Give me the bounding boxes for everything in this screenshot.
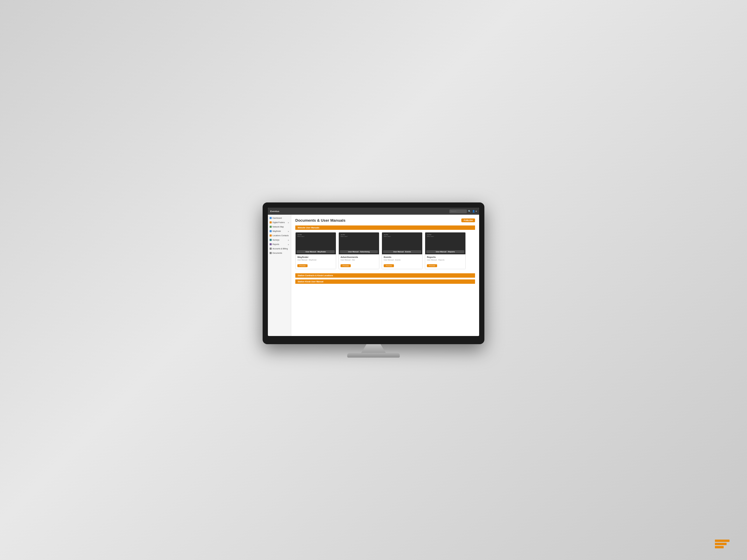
sidebar-item-locations-contacts[interactable]: Locations Contacts	[268, 233, 291, 238]
doc-card-body-wayfinder: Wayfinder User Manual - Wayfinder Previe…	[295, 254, 336, 269]
preview-button-reports[interactable]: Preview	[427, 264, 437, 267]
chevron-right-icon: ▶	[288, 239, 289, 241]
app-layout: Dashboard Digital Posters ▶ Network Map …	[268, 215, 479, 336]
section-header-website-user-manuals[interactable]: Website User Manuals	[295, 225, 475, 230]
doc-card-thumb-wayfinder: July 2014 Volume 1, Issue 1 User Manual …	[295, 233, 336, 254]
doc-card-title-reports: Reports	[427, 256, 464, 259]
doc-card-events[interactable]: July 2014 Volume 1, Issue 1 User Manual …	[382, 232, 422, 269]
app-logo: Eventus	[270, 210, 279, 213]
sidebar-item-label: Digital Posters	[273, 221, 285, 223]
chevron-right-icon: ▶	[288, 243, 289, 245]
doc-card-advertisements[interactable]: July 2014 Volume 1, Issue 1 User Manual …	[338, 232, 379, 269]
search-input[interactable]	[449, 209, 467, 213]
digital-posters-icon	[269, 221, 272, 223]
doc-card-thumb-reports: July 2014 Volume 1, Issue 1 User Manual …	[425, 233, 465, 254]
thumb-date-badge: July 2014 Volume 1, Issue 1	[340, 234, 347, 237]
doc-card-body-reports: Reports User Manual - Reports Preview	[425, 254, 465, 269]
sidebar: Dashboard Digital Posters ▶ Network Map …	[268, 215, 291, 336]
doc-card-body-events: Events User Manual - Events Preview	[382, 254, 422, 269]
brand-stripe-2	[715, 543, 727, 545]
sidebar-item-label: Wayfinder	[273, 230, 281, 232]
sidebar-item-label: Surveys	[273, 239, 279, 241]
preview-button-advertisements[interactable]: Preview	[340, 264, 351, 267]
sidebar-item-reports[interactable]: Reports ▶	[268, 242, 291, 246]
page-header: Documents & User Manuals PUBLISH	[295, 218, 475, 222]
preview-button-events[interactable]: Preview	[384, 264, 394, 267]
locations-contacts-icon	[269, 235, 272, 237]
sidebar-item-label: Locations Contacts	[273, 235, 289, 237]
thumb-label-wayfinder: User Manual - Wayfinder	[297, 250, 335, 253]
thumb-label-advertisements: User Manual - Advertising	[340, 250, 378, 253]
brand-stripe-1	[715, 540, 729, 542]
monitor-screen: Eventus 🔍 👤 ▾ Dashboard D	[268, 208, 479, 336]
search-icon: 🔍	[468, 210, 471, 213]
thumb-label-events: User Manual - Events	[383, 250, 421, 253]
top-bar-right: 🔍 👤 ▾	[449, 209, 477, 213]
doc-card-body-advertisements: Advertisements User Manual - Ads Preview	[339, 254, 379, 269]
main-content: Documents & User Manuals PUBLISH Website…	[291, 215, 479, 336]
doc-cards-grid: July 2014 Volume 1, Issue 1 User Manual …	[295, 232, 475, 269]
doc-card-subtitle-wayfinder: User Manual - Wayfinder	[297, 259, 334, 261]
sidebar-item-accounts-billing[interactable]: Accounts & Billing	[268, 246, 291, 251]
sidebar-item-digital-posters[interactable]: Digital Posters ▶	[268, 220, 291, 224]
user-menu[interactable]: 👤 ▾	[472, 210, 477, 213]
sidebar-item-documents[interactable]: Documents	[268, 251, 291, 255]
doc-card-subtitle-reports: User Manual - Reports	[427, 259, 464, 261]
reports-icon	[269, 243, 272, 245]
publish-button[interactable]: PUBLISH	[461, 218, 475, 222]
monitor-stand-base	[347, 353, 400, 357]
sidebar-item-label: Network Map	[273, 226, 284, 228]
section-header-station-contracts[interactable]: Station Contracts & Kiosk Locations	[295, 273, 475, 278]
network-map-icon	[269, 226, 272, 228]
brand-logo	[715, 540, 729, 548]
doc-card-thumb-events: July 2014 Volume 1, Issue 1 User Manual …	[382, 233, 422, 254]
sidebar-item-network-map[interactable]: Network Map	[268, 224, 291, 229]
dashboard-icon	[269, 217, 272, 219]
accounts-billing-icon	[269, 248, 272, 250]
doc-card-title-wayfinder: Wayfinder	[297, 256, 334, 259]
wayfinder-icon	[269, 230, 272, 232]
thumb-date-badge: July 2014 Volume 1, Issue 1	[427, 234, 434, 237]
monitor-stand-neck	[356, 344, 391, 353]
thumb-date-badge: July 2014 Volume 1, Issue 1	[297, 234, 304, 237]
page-title: Documents & User Manuals	[295, 218, 345, 222]
sidebar-item-label: Dashboard	[273, 217, 282, 219]
doc-card-title-events: Events	[384, 256, 420, 259]
doc-card-reports[interactable]: July 2014 Volume 1, Issue 1 User Manual …	[425, 232, 466, 269]
brand-stripe-3	[715, 546, 724, 548]
doc-card-wayfinder[interactable]: July 2014 Volume 1, Issue 1 User Manual …	[295, 232, 336, 269]
sidebar-item-label: Documents	[273, 252, 282, 254]
sidebar-item-wayfinder[interactable]: Wayfinder ▶	[268, 229, 291, 233]
top-bar: Eventus 🔍 👤 ▾	[268, 208, 479, 215]
preview-button-wayfinder[interactable]: Preview	[297, 264, 308, 267]
sidebar-item-label: Reports	[273, 243, 279, 245]
documents-icon	[269, 252, 272, 254]
thumb-date-badge: July 2014 Volume 1, Issue 1	[384, 234, 391, 237]
doc-card-subtitle-events: User Manual - Events	[384, 259, 420, 261]
chevron-right-icon: ▶	[288, 231, 289, 232]
sidebar-item-label: Accounts & Billing	[273, 248, 288, 250]
chevron-right-icon: ▶	[288, 222, 289, 223]
doc-card-subtitle-advertisements: User Manual - Ads	[340, 259, 377, 261]
monitor-wrapper: Eventus 🔍 👤 ▾ Dashboard D	[263, 203, 484, 357]
monitor-frame: Eventus 🔍 👤 ▾ Dashboard D	[263, 203, 484, 344]
section-header-station-kiosk-manual[interactable]: Station Kiosk User Manual	[295, 279, 475, 284]
thumb-label-reports: User Manual – Reports	[426, 250, 464, 253]
sidebar-item-surveys[interactable]: Surveys ▶	[268, 238, 291, 242]
sidebar-item-dashboard[interactable]: Dashboard	[268, 216, 291, 220]
doc-card-title-advertisements: Advertisements	[340, 256, 377, 259]
surveys-icon	[269, 239, 272, 241]
doc-card-thumb-advertisements: July 2014 Volume 1, Issue 1 User Manual …	[339, 233, 379, 254]
